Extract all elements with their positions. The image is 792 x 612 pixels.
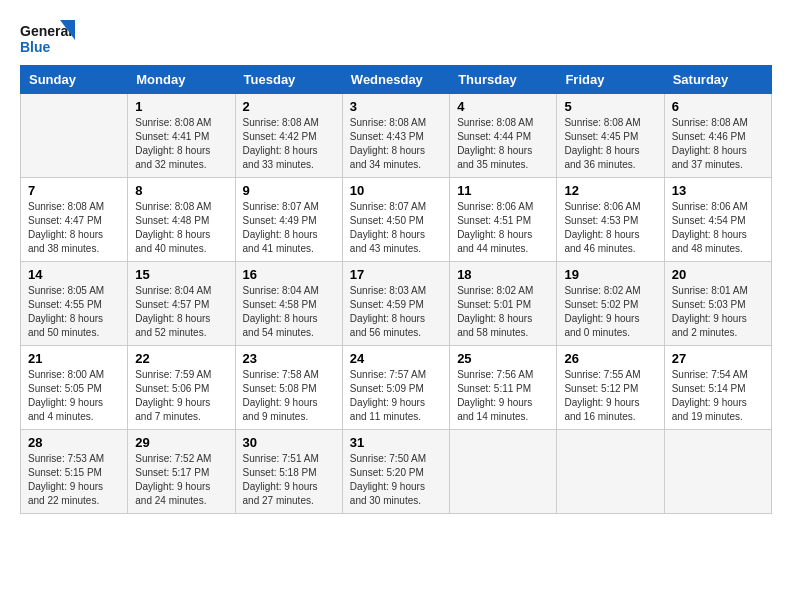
day-info: Sunrise: 8:00 AM Sunset: 5:05 PM Dayligh…: [28, 368, 120, 424]
week-row-1: 1Sunrise: 8:08 AM Sunset: 4:41 PM Daylig…: [21, 94, 772, 178]
day-number: 25: [457, 351, 549, 366]
day-number: 29: [135, 435, 227, 450]
day-cell: [21, 94, 128, 178]
day-cell: 30Sunrise: 7:51 AM Sunset: 5:18 PM Dayli…: [235, 430, 342, 514]
day-cell: 4Sunrise: 8:08 AM Sunset: 4:44 PM Daylig…: [450, 94, 557, 178]
day-number: 4: [457, 99, 549, 114]
day-info: Sunrise: 7:52 AM Sunset: 5:17 PM Dayligh…: [135, 452, 227, 508]
day-number: 15: [135, 267, 227, 282]
day-cell: 3Sunrise: 8:08 AM Sunset: 4:43 PM Daylig…: [342, 94, 449, 178]
day-info: Sunrise: 8:07 AM Sunset: 4:50 PM Dayligh…: [350, 200, 442, 256]
weekday-header-thursday: Thursday: [450, 66, 557, 94]
day-info: Sunrise: 7:51 AM Sunset: 5:18 PM Dayligh…: [243, 452, 335, 508]
day-number: 17: [350, 267, 442, 282]
day-cell: 8Sunrise: 8:08 AM Sunset: 4:48 PM Daylig…: [128, 178, 235, 262]
day-info: Sunrise: 8:08 AM Sunset: 4:43 PM Dayligh…: [350, 116, 442, 172]
day-number: 14: [28, 267, 120, 282]
day-number: 24: [350, 351, 442, 366]
weekday-header-tuesday: Tuesday: [235, 66, 342, 94]
day-cell: 6Sunrise: 8:08 AM Sunset: 4:46 PM Daylig…: [664, 94, 771, 178]
day-cell: 18Sunrise: 8:02 AM Sunset: 5:01 PM Dayli…: [450, 262, 557, 346]
day-info: Sunrise: 7:58 AM Sunset: 5:08 PM Dayligh…: [243, 368, 335, 424]
week-row-3: 14Sunrise: 8:05 AM Sunset: 4:55 PM Dayli…: [21, 262, 772, 346]
day-cell: 20Sunrise: 8:01 AM Sunset: 5:03 PM Dayli…: [664, 262, 771, 346]
day-info: Sunrise: 8:08 AM Sunset: 4:42 PM Dayligh…: [243, 116, 335, 172]
day-cell: [450, 430, 557, 514]
day-cell: 23Sunrise: 7:58 AM Sunset: 5:08 PM Dayli…: [235, 346, 342, 430]
day-cell: 24Sunrise: 7:57 AM Sunset: 5:09 PM Dayli…: [342, 346, 449, 430]
day-number: 2: [243, 99, 335, 114]
day-cell: 7Sunrise: 8:08 AM Sunset: 4:47 PM Daylig…: [21, 178, 128, 262]
day-cell: 26Sunrise: 7:55 AM Sunset: 5:12 PM Dayli…: [557, 346, 664, 430]
day-info: Sunrise: 8:08 AM Sunset: 4:41 PM Dayligh…: [135, 116, 227, 172]
day-cell: [664, 430, 771, 514]
day-info: Sunrise: 8:02 AM Sunset: 5:01 PM Dayligh…: [457, 284, 549, 340]
day-info: Sunrise: 8:08 AM Sunset: 4:45 PM Dayligh…: [564, 116, 656, 172]
weekday-header-wednesday: Wednesday: [342, 66, 449, 94]
calendar-table: SundayMondayTuesdayWednesdayThursdayFrid…: [20, 65, 772, 514]
day-cell: 25Sunrise: 7:56 AM Sunset: 5:11 PM Dayli…: [450, 346, 557, 430]
day-info: Sunrise: 7:57 AM Sunset: 5:09 PM Dayligh…: [350, 368, 442, 424]
day-info: Sunrise: 7:59 AM Sunset: 5:06 PM Dayligh…: [135, 368, 227, 424]
day-info: Sunrise: 8:05 AM Sunset: 4:55 PM Dayligh…: [28, 284, 120, 340]
day-info: Sunrise: 7:50 AM Sunset: 5:20 PM Dayligh…: [350, 452, 442, 508]
day-number: 7: [28, 183, 120, 198]
day-info: Sunrise: 8:03 AM Sunset: 4:59 PM Dayligh…: [350, 284, 442, 340]
day-number: 3: [350, 99, 442, 114]
day-number: 9: [243, 183, 335, 198]
day-cell: 2Sunrise: 8:08 AM Sunset: 4:42 PM Daylig…: [235, 94, 342, 178]
day-number: 19: [564, 267, 656, 282]
weekday-header-row: SundayMondayTuesdayWednesdayThursdayFrid…: [21, 66, 772, 94]
weekday-header-friday: Friday: [557, 66, 664, 94]
day-cell: 12Sunrise: 8:06 AM Sunset: 4:53 PM Dayli…: [557, 178, 664, 262]
weekday-header-saturday: Saturday: [664, 66, 771, 94]
weekday-header-monday: Monday: [128, 66, 235, 94]
day-number: 28: [28, 435, 120, 450]
day-info: Sunrise: 8:04 AM Sunset: 4:58 PM Dayligh…: [243, 284, 335, 340]
day-number: 31: [350, 435, 442, 450]
day-cell: 1Sunrise: 8:08 AM Sunset: 4:41 PM Daylig…: [128, 94, 235, 178]
day-info: Sunrise: 8:02 AM Sunset: 5:02 PM Dayligh…: [564, 284, 656, 340]
day-number: 20: [672, 267, 764, 282]
day-info: Sunrise: 8:08 AM Sunset: 4:48 PM Dayligh…: [135, 200, 227, 256]
day-cell: 31Sunrise: 7:50 AM Sunset: 5:20 PM Dayli…: [342, 430, 449, 514]
week-row-5: 28Sunrise: 7:53 AM Sunset: 5:15 PM Dayli…: [21, 430, 772, 514]
day-info: Sunrise: 8:06 AM Sunset: 4:54 PM Dayligh…: [672, 200, 764, 256]
day-number: 22: [135, 351, 227, 366]
day-info: Sunrise: 7:55 AM Sunset: 5:12 PM Dayligh…: [564, 368, 656, 424]
day-number: 27: [672, 351, 764, 366]
day-cell: 16Sunrise: 8:04 AM Sunset: 4:58 PM Dayli…: [235, 262, 342, 346]
day-cell: 17Sunrise: 8:03 AM Sunset: 4:59 PM Dayli…: [342, 262, 449, 346]
day-cell: 5Sunrise: 8:08 AM Sunset: 4:45 PM Daylig…: [557, 94, 664, 178]
week-row-2: 7Sunrise: 8:08 AM Sunset: 4:47 PM Daylig…: [21, 178, 772, 262]
day-cell: 9Sunrise: 8:07 AM Sunset: 4:49 PM Daylig…: [235, 178, 342, 262]
day-info: Sunrise: 8:08 AM Sunset: 4:47 PM Dayligh…: [28, 200, 120, 256]
day-number: 5: [564, 99, 656, 114]
weekday-header-sunday: Sunday: [21, 66, 128, 94]
day-number: 23: [243, 351, 335, 366]
day-info: Sunrise: 8:07 AM Sunset: 4:49 PM Dayligh…: [243, 200, 335, 256]
day-number: 18: [457, 267, 549, 282]
day-cell: 28Sunrise: 7:53 AM Sunset: 5:15 PM Dayli…: [21, 430, 128, 514]
day-cell: [557, 430, 664, 514]
day-cell: 11Sunrise: 8:06 AM Sunset: 4:51 PM Dayli…: [450, 178, 557, 262]
day-info: Sunrise: 8:08 AM Sunset: 4:46 PM Dayligh…: [672, 116, 764, 172]
day-cell: 21Sunrise: 8:00 AM Sunset: 5:05 PM Dayli…: [21, 346, 128, 430]
day-info: Sunrise: 7:54 AM Sunset: 5:14 PM Dayligh…: [672, 368, 764, 424]
day-cell: 19Sunrise: 8:02 AM Sunset: 5:02 PM Dayli…: [557, 262, 664, 346]
day-number: 30: [243, 435, 335, 450]
day-number: 8: [135, 183, 227, 198]
day-number: 10: [350, 183, 442, 198]
svg-text:Blue: Blue: [20, 39, 51, 55]
day-cell: 29Sunrise: 7:52 AM Sunset: 5:17 PM Dayli…: [128, 430, 235, 514]
day-number: 26: [564, 351, 656, 366]
day-cell: 15Sunrise: 8:04 AM Sunset: 4:57 PM Dayli…: [128, 262, 235, 346]
day-cell: 27Sunrise: 7:54 AM Sunset: 5:14 PM Dayli…: [664, 346, 771, 430]
day-number: 11: [457, 183, 549, 198]
day-info: Sunrise: 8:01 AM Sunset: 5:03 PM Dayligh…: [672, 284, 764, 340]
page-header: GeneralBlue: [20, 20, 772, 55]
day-cell: 13Sunrise: 8:06 AM Sunset: 4:54 PM Dayli…: [664, 178, 771, 262]
day-number: 1: [135, 99, 227, 114]
logo-svg: GeneralBlue: [20, 20, 75, 55]
day-cell: 14Sunrise: 8:05 AM Sunset: 4:55 PM Dayli…: [21, 262, 128, 346]
